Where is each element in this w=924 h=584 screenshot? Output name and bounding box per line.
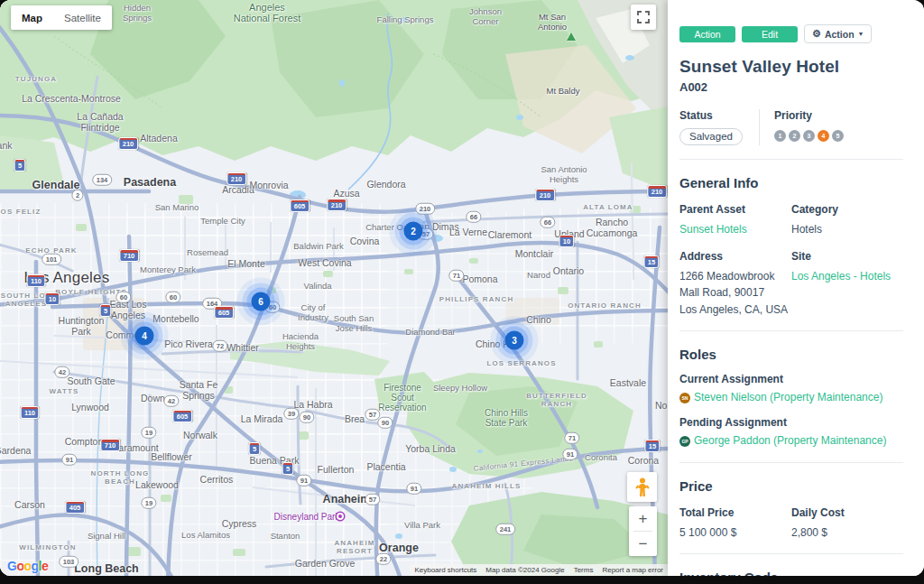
priority-dot: 1 [774, 130, 786, 142]
address-value: 1266 Meadowbrook Mall Road, 90017 Los An… [679, 270, 788, 316]
pegman-icon [635, 477, 650, 497]
map-canvas[interactable]: Hidden SpringsAngeles National ForestFal… [0, 0, 668, 576]
map-type-satellite-button[interactable]: Satellite [53, 5, 112, 30]
address-cell: Address 1266 Meadowbrook Mall Road, 9001… [679, 250, 791, 318]
google-logo-letter: o [23, 559, 31, 573]
current-assignee-link[interactable]: Steven Nielson (Property Maintenance) [694, 391, 882, 405]
total-price-label: Total Price [679, 506, 791, 519]
category-value: Hotels [791, 223, 822, 236]
map-marker[interactable]: 6 [252, 292, 271, 311]
asset-detail-panel: Action Edit ⚙ Action ▼ Sunset Valley Hot… [668, 0, 924, 576]
priority-dot: 4 [818, 130, 829, 142]
category-label: Category [791, 203, 903, 216]
current-assignment-row: SN Steven Nielson (Property Maintenance) [679, 391, 903, 405]
map-type-control: Map Satellite [11, 5, 112, 30]
site-cell: Site Los Angeles - Hotels [791, 250, 903, 318]
inventory-code-heading: Inventory Code [679, 570, 903, 576]
priority-dot: 2 [789, 130, 800, 142]
current-assignment-label: Current Assignment [679, 373, 903, 385]
status-badge: Salvaged [679, 128, 743, 145]
priority-dot: 5 [832, 130, 844, 142]
pending-assignment-label: Pending Assignment [679, 416, 903, 429]
site-label: Site [791, 250, 903, 263]
price-grid: Total Price 5 100 000 $ Daily Cost 2,800… [679, 506, 903, 541]
pegman-control[interactable] [627, 472, 657, 502]
zoom-control: + − [629, 506, 657, 556]
map-base-art [0, 0, 668, 576]
address-label: Address [679, 250, 791, 263]
status-label: Status [679, 109, 743, 122]
map-marker[interactable]: 3 [505, 331, 524, 350]
edit-button[interactable]: Edit [742, 26, 798, 42]
disneyland-marker-icon [337, 513, 344, 520]
parent-asset-cell: Parent Asset Sunset Hotels [679, 203, 791, 237]
avatar: SN [679, 393, 690, 403]
page-title: Sunset Valley Hotel [679, 57, 903, 77]
vertical-divider [759, 109, 760, 145]
category-cell: Category Hotels [791, 203, 903, 237]
google-logo: Google [7, 559, 48, 573]
section-divider [679, 330, 903, 331]
google-logo-letter: e [42, 559, 48, 573]
fullscreen-button[interactable] [631, 5, 656, 30]
asset-code: A002 [679, 80, 903, 94]
daily-cost-label: Daily Cost [791, 506, 903, 519]
general-info-heading: General Info [679, 175, 903, 190]
site-link[interactable]: Los Angeles - Hotels [791, 270, 891, 283]
map-marker[interactable]: 2 [404, 222, 423, 241]
gear-icon: ⚙ [812, 29, 821, 39]
action-menu-label: Action [825, 29, 855, 40]
mountain-peak-icon [567, 32, 576, 41]
status-block: Status Salvaged [679, 109, 743, 145]
pending-assignee-link[interactable]: George Paddon (Property Maintenance) [694, 434, 886, 449]
section-divider [679, 553, 903, 554]
section-divider [679, 159, 903, 160]
status-priority-row: Status Salvaged Priority 12345 [679, 109, 903, 145]
panel-toolbar: Action Edit ⚙ Action ▼ [679, 24, 903, 43]
roles-heading: Roles [679, 347, 903, 362]
parent-asset-link[interactable]: Sunset Hotels [679, 223, 747, 236]
total-price-cell: Total Price 5 100 000 $ [679, 506, 791, 541]
action-menu-button[interactable]: ⚙ Action ▼ [804, 24, 872, 43]
screenshot-frame: Hidden SpringsAngeles National ForestFal… [0, 0, 924, 584]
avatar: GP [679, 436, 690, 447]
attribution-text: Map data ©2024 Google [481, 564, 568, 576]
chevron-down-icon: ▼ [858, 31, 864, 37]
app-window: Hidden SpringsAngeles National ForestFal… [0, 0, 924, 576]
zoom-in-button[interactable]: + [629, 506, 657, 531]
fullscreen-icon [637, 11, 650, 23]
action-button[interactable]: Action [679, 26, 735, 42]
priority-label: Priority [774, 109, 844, 122]
zoom-out-button[interactable]: − [629, 532, 657, 556]
map-type-map-button[interactable]: Map [11, 5, 53, 30]
map-marker[interactable]: 4 [135, 327, 154, 346]
map-attribution: Keyboard shortcutsMap data ©2024 GoogleT… [410, 564, 668, 576]
attribution-link[interactable]: Report a map error [597, 564, 668, 576]
priority-dot: 3 [803, 130, 815, 142]
daily-cost-cell: Daily Cost 2,800 $ [791, 506, 903, 541]
general-info-grid: Parent Asset Sunset Hotels Category Hote… [679, 203, 903, 317]
price-heading: Price [679, 478, 903, 494]
google-logo-letter: g [32, 559, 39, 573]
section-divider [679, 462, 903, 463]
attribution-link[interactable]: Keyboard shortcuts [410, 564, 481, 576]
attribution-link[interactable]: Terms [569, 564, 598, 576]
pending-assignment-row: GP George Paddon (Property Maintenance) [679, 434, 903, 449]
total-price-value: 5 100 000 $ [679, 526, 736, 539]
priority-dots: 12345 [774, 130, 844, 142]
daily-cost-value: 2,800 $ [791, 526, 827, 539]
google-logo-letter: G [7, 559, 16, 573]
parent-asset-label: Parent Asset [679, 203, 791, 216]
priority-block: Priority 12345 [774, 109, 844, 145]
